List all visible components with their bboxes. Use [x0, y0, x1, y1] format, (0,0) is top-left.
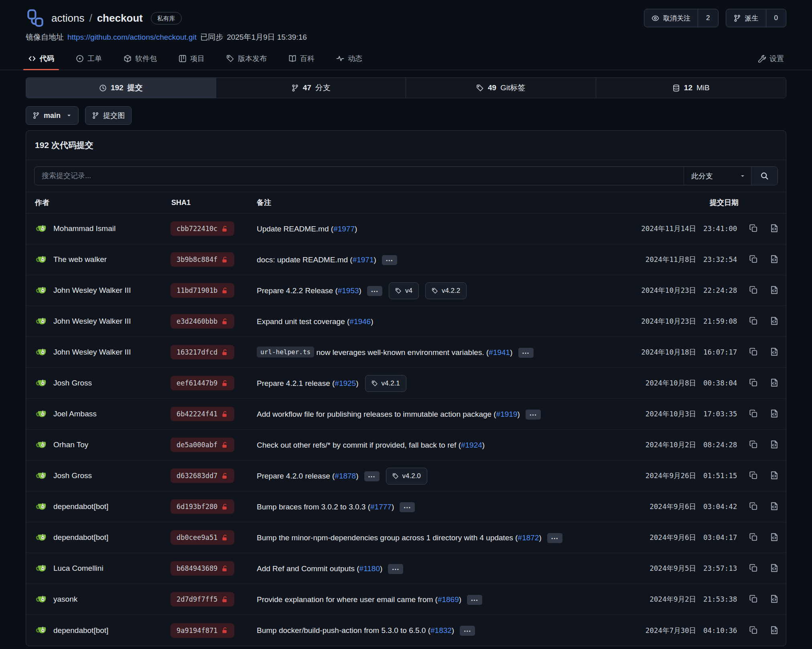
commit-author-link[interactable]: dependabot[bot] [53, 533, 108, 542]
branch-filter-select[interactable]: 此分支 [684, 167, 751, 185]
copy-sha-button[interactable] [749, 224, 759, 233]
commit-author-link[interactable]: dependabot[bot] [53, 626, 108, 635]
commit-author-link[interactable]: dependabot[bot] [53, 502, 108, 511]
expand-commit-button[interactable]: … [367, 286, 382, 296]
stat-tags[interactable]: 49Git标签 [406, 78, 596, 98]
expand-commit-button[interactable]: … [382, 255, 397, 265]
copy-sha-button[interactable] [749, 286, 759, 295]
user-avatar[interactable] [35, 624, 48, 637]
commit-sha-badge[interactable]: 3b9b8c884f [171, 252, 234, 267]
tab-wiki[interactable]: 百科 [286, 50, 317, 70]
tab-code[interactable]: 代码 [26, 50, 57, 70]
browse-source-button[interactable] [770, 409, 780, 419]
commit-sha-badge[interactable]: 163217dfcd [171, 345, 234, 359]
pr-link[interactable]: #1180 [359, 564, 380, 573]
copy-sha-button[interactable] [749, 378, 759, 388]
pr-link[interactable]: #1872 [518, 533, 539, 542]
tab-issues[interactable]: 工单 [73, 50, 104, 70]
user-avatar[interactable] [35, 377, 48, 390]
user-avatar[interactable] [35, 253, 48, 266]
user-avatar[interactable] [35, 222, 48, 235]
copy-sha-button[interactable] [749, 502, 759, 511]
commit-author-link[interactable]: The web walker [53, 255, 107, 264]
browse-source-button[interactable] [770, 564, 780, 573]
commit-sha-badge[interactable]: 11bd71901b [171, 283, 234, 298]
browse-source-button[interactable] [770, 626, 780, 635]
user-avatar[interactable] [35, 469, 48, 483]
browse-source-button[interactable] [770, 286, 780, 295]
browse-source-button[interactable] [770, 378, 780, 388]
browse-source-button[interactable] [770, 594, 780, 604]
commit-sha-badge[interactable]: cbb722410c [171, 221, 234, 236]
commit-author-link[interactable]: John Wesley Walker III [53, 286, 131, 295]
pr-link[interactable]: #1977 [333, 225, 355, 233]
copy-sha-button[interactable] [749, 564, 759, 573]
user-avatar[interactable] [35, 346, 48, 359]
commit-sha-badge[interactable]: b684943689 [171, 561, 234, 576]
pr-link[interactable]: #1953 [338, 286, 359, 295]
expand-commit-button[interactable]: … [400, 502, 415, 512]
copy-sha-button[interactable] [749, 594, 759, 604]
expand-commit-button[interactable]: … [467, 595, 482, 605]
tab-releases[interactable]: 版本发布 [224, 50, 269, 70]
search-button[interactable] [751, 167, 777, 185]
commit-author-link[interactable]: Josh Gross [53, 471, 92, 480]
commit-sha-badge[interactable]: eef61447b9 [171, 376, 234, 390]
pr-link[interactable]: #1777 [370, 503, 392, 511]
tab-activity[interactable]: 动态 [334, 50, 365, 70]
user-avatar[interactable] [35, 531, 48, 544]
commit-sha-badge[interactable]: e3d2460bbb [171, 314, 234, 329]
tab-settings[interactable]: 设置 [755, 50, 786, 70]
watch-count[interactable]: 2 [698, 9, 718, 27]
commit-author-link[interactable]: Luca Comellini [53, 564, 104, 573]
browse-source-button[interactable] [770, 533, 780, 542]
version-tag-chip[interactable]: v4.2.2 [425, 282, 467, 299]
commit-author-link[interactable]: John Wesley Walker III [53, 348, 131, 357]
version-tag-chip[interactable]: v4.2.0 [386, 468, 427, 485]
site-logo-icon[interactable] [26, 8, 45, 28]
user-avatar[interactable] [35, 593, 48, 606]
browse-source-button[interactable] [770, 502, 780, 511]
pr-link[interactable]: #1925 [335, 379, 356, 387]
browse-source-button[interactable] [770, 224, 780, 233]
commit-sha-badge[interactable]: 2d7d9f7ff5 [171, 592, 234, 606]
expand-commit-button[interactable]: … [388, 564, 403, 574]
fork-button[interactable]: 派生 0 [726, 9, 786, 27]
stat-size[interactable]: 12MiB [596, 78, 786, 98]
browse-source-button[interactable] [770, 255, 780, 264]
tab-packages[interactable]: 软件包 [121, 50, 159, 70]
expand-commit-button[interactable]: … [364, 471, 380, 481]
expand-commit-button[interactable]: … [526, 410, 541, 420]
commit-sha-badge[interactable]: db0cee9a51 [171, 530, 234, 545]
pr-link[interactable]: #1941 [489, 348, 510, 357]
user-avatar[interactable] [35, 284, 48, 297]
commit-author-link[interactable]: Joel Ambass [53, 410, 97, 418]
branch-selector[interactable]: main [26, 106, 79, 125]
user-avatar[interactable] [35, 562, 48, 575]
commit-author-link[interactable]: Orhan Toy [53, 440, 88, 449]
user-avatar[interactable] [35, 438, 48, 452]
commit-author-link[interactable]: John Wesley Walker III [53, 317, 131, 326]
browse-source-button[interactable] [770, 471, 780, 481]
commit-sha-badge[interactable]: d632683dd7 [171, 468, 234, 483]
copy-sha-button[interactable] [749, 347, 759, 357]
stat-commits[interactable]: 192提交 [26, 78, 216, 98]
pr-link[interactable]: #1919 [496, 410, 518, 418]
copy-sha-button[interactable] [749, 440, 759, 450]
copy-sha-button[interactable] [749, 471, 759, 481]
copy-sha-button[interactable] [749, 255, 759, 264]
stat-branches[interactable]: 47分支 [216, 78, 406, 98]
commit-sha-badge[interactable]: de5a000abf [171, 438, 234, 452]
user-avatar[interactable] [35, 500, 48, 513]
pr-link[interactable]: #1946 [349, 317, 371, 326]
expand-commit-button[interactable]: … [518, 348, 534, 358]
commit-graph-button[interactable]: 提交图 [85, 106, 132, 125]
version-tag-chip[interactable]: v4 [389, 282, 419, 299]
tab-projects[interactable]: 项目 [176, 50, 207, 70]
expand-commit-button[interactable]: … [460, 626, 475, 636]
browse-source-button[interactable] [770, 440, 780, 450]
copy-sha-button[interactable] [749, 626, 759, 635]
repo-owner-link[interactable]: actions [51, 12, 84, 24]
repo-name-link[interactable]: checkout [97, 12, 143, 24]
copy-sha-button[interactable] [749, 409, 759, 419]
